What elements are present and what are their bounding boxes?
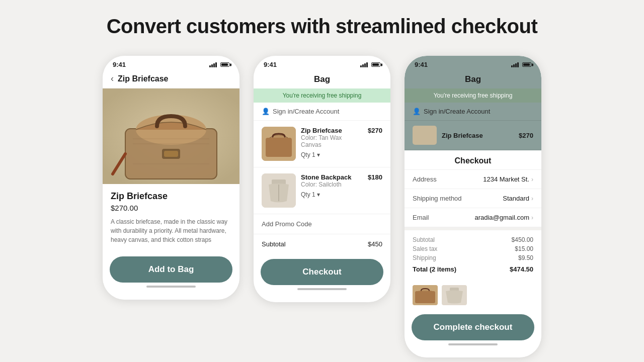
phone2-status-bar: 9:41 xyxy=(254,56,390,70)
shipping-chevron-icon: › xyxy=(531,195,533,202)
phone3-free-shipping: You're receiving free shipping xyxy=(405,88,541,103)
free-shipping-banner: You're receiving free shipping xyxy=(254,88,390,103)
shipping-method-value: Standard xyxy=(503,195,529,202)
item2-details: Stone Backpack Color: Sailcloth Qty 1 ▾ xyxy=(301,173,363,198)
bag-title: Bag xyxy=(254,70,390,88)
shipping-total-value: $9.50 xyxy=(518,254,533,261)
svg-rect-6 xyxy=(164,151,178,157)
item2-color: Color: Sailcloth xyxy=(301,181,363,188)
phone3-sign-in[interactable]: 👤 Sign in/Create Account xyxy=(405,103,541,121)
home-indicator-2 xyxy=(297,288,347,290)
item2-thumbnail xyxy=(262,173,296,208)
phone2: 9:41 Bag You're receiving free shippin xyxy=(254,56,390,302)
phone1-status-icons xyxy=(209,62,229,67)
home-indicator xyxy=(146,286,196,288)
shipping-method-value-container: Standard › xyxy=(503,195,533,202)
phone3-bag-item-name: Zip Briefcase xyxy=(442,132,514,139)
email-chevron-icon: › xyxy=(531,214,533,221)
item1-name: Zip Briefcase xyxy=(301,127,363,134)
item1-qty[interactable]: Qty 1 ▾ xyxy=(301,151,363,158)
product-description: A classic briefcase, made in the classic… xyxy=(111,217,231,244)
phone2-status-icons xyxy=(360,62,380,67)
item2-name: Stone Backpack xyxy=(301,173,363,181)
phone3-battery xyxy=(522,62,531,67)
item1-price: $270 xyxy=(368,127,382,134)
phone2-footer: Checkout xyxy=(254,254,390,302)
item2-qty[interactable]: Qty 1 ▾ xyxy=(301,191,363,198)
product-name: Zip Briefcase xyxy=(111,191,231,202)
product-image xyxy=(103,88,239,184)
subtotal-row: Subtotal $450 xyxy=(254,234,390,254)
phone3-sign-in-label: Sign in/Create Account xyxy=(424,108,490,115)
phone3-bag-title: Bag xyxy=(405,70,541,88)
subtotal-label: Subtotal xyxy=(262,240,286,248)
subtotal-total-row: Subtotal $450.00 xyxy=(413,236,533,243)
phone3-status-bar: 9:41 xyxy=(405,56,541,70)
phone3-status-icons xyxy=(511,62,531,67)
page-headline: Convert customers with streamlined check… xyxy=(107,15,538,38)
grand-total-row: Total (2 items) $474.50 xyxy=(413,265,533,273)
phone2-battery xyxy=(371,62,380,67)
phone1-time: 9:41 xyxy=(113,61,126,68)
sales-tax-label: Sales tax xyxy=(413,245,437,252)
address-label: Address xyxy=(413,175,437,183)
person-icon: 👤 xyxy=(262,108,270,115)
item1-thumbnail xyxy=(262,127,296,161)
shipping-total-row: Shipping $9.50 xyxy=(413,254,533,261)
grand-total-value: $474.50 xyxy=(510,265,533,273)
cart-item-1: Zip Briefcase Color: Tan Wax Canvas Qty … xyxy=(254,121,390,167)
address-chevron-icon: › xyxy=(531,176,533,183)
checkout-shipping-row[interactable]: Shipping method Standard › xyxy=(405,189,541,208)
sales-tax-row: Sales tax $15.00 xyxy=(413,245,533,252)
grand-total-label: Total (2 items) xyxy=(413,265,456,273)
email-value: aradia@gmail.com xyxy=(474,214,529,221)
product-info-section: Zip Briefcase $270.00 A classic briefcas… xyxy=(103,184,239,251)
shipping-total-label: Shipping xyxy=(413,254,436,261)
address-value: 1234 Market St. xyxy=(483,175,529,183)
checkout-section: Checkout Address 1234 Market St. › Shipp… xyxy=(405,150,541,227)
phone3-bag-thumbs xyxy=(405,281,541,309)
phone1-signal xyxy=(209,62,217,67)
phone1-footer: Add to Bag xyxy=(103,251,239,300)
email-value-container: aradia@gmail.com › xyxy=(474,214,533,221)
phone1-status-bar: 9:41 xyxy=(103,56,239,70)
phone3-signal xyxy=(511,62,519,67)
checkout-button[interactable]: Checkout xyxy=(261,259,383,285)
phone3-person-icon: 👤 xyxy=(413,108,421,115)
phone3: 9:41 Bag You're receiving free shippin xyxy=(405,56,541,357)
phone3-bag-thumb xyxy=(413,126,437,145)
product-price: $270.00 xyxy=(111,204,231,212)
totals-section: Subtotal $450.00 Sales tax $15.00 Shippi… xyxy=(405,227,541,281)
subtotal-total-label: Subtotal xyxy=(413,236,435,243)
phone3-time: 9:41 xyxy=(415,61,428,68)
complete-checkout-button[interactable]: Complete checkout xyxy=(412,314,534,340)
phone3-bag-item: Zip Briefcase $270 xyxy=(405,121,541,150)
checkout-address-row[interactable]: Address 1234 Market St. › xyxy=(405,170,541,189)
sales-tax-value: $15.00 xyxy=(515,245,533,252)
phone3-bag-item-price: $270 xyxy=(519,132,533,139)
email-label: Email xyxy=(413,214,429,221)
phone1: 9:41 ‹ Zip Briefcase xyxy=(103,56,239,300)
phone2-signal xyxy=(360,62,368,67)
checkout-section-title: Checkout xyxy=(405,150,541,170)
subtotal-total-value: $450.00 xyxy=(512,236,533,243)
home-indicator-3 xyxy=(448,343,498,345)
sign-in-row[interactable]: 👤 Sign in/Create Account xyxy=(254,103,390,121)
item1-color: Color: Tan Wax Canvas xyxy=(301,134,363,148)
phone3-thumb1 xyxy=(413,285,438,305)
cart-item-2: Stone Backpack Color: Sailcloth Qty 1 ▾ … xyxy=(254,167,390,214)
back-arrow-icon[interactable]: ‹ xyxy=(111,73,114,84)
briefcase-illustration xyxy=(103,88,239,184)
checkout-email-row[interactable]: Email aradia@gmail.com › xyxy=(405,208,541,227)
sign-in-label: Sign in/Create Account xyxy=(273,108,339,115)
qty-chevron-icon: ▾ xyxy=(317,151,320,158)
phone1-navbar: ‹ Zip Briefcase xyxy=(103,70,239,88)
add-to-bag-button[interactable]: Add to Bag xyxy=(110,256,232,283)
svg-rect-16 xyxy=(415,291,435,303)
address-value-container: 1234 Market St. › xyxy=(483,175,533,183)
item2-price: $180 xyxy=(368,173,382,181)
promo-code-row[interactable]: Add Promo Code xyxy=(254,214,390,234)
item1-details: Zip Briefcase Color: Tan Wax Canvas Qty … xyxy=(301,127,363,158)
phone3-footer: Complete checkout xyxy=(405,309,541,357)
phone2-time: 9:41 xyxy=(264,61,277,68)
